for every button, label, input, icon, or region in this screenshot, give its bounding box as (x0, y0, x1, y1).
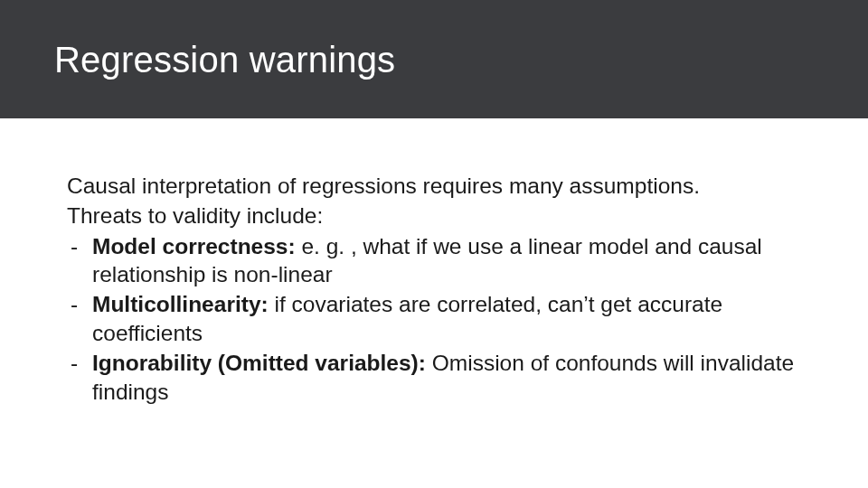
intro-line-1: Causal interpretation of regressions req… (67, 172, 801, 200)
bullet-term: Multicollinearity: (92, 292, 269, 316)
list-item: Multicollinearity: if covariates are cor… (67, 290, 801, 347)
list-item: Model correctness: e. g. , what if we us… (67, 232, 801, 289)
bullet-term: Model correctness: (92, 234, 296, 258)
slide-title: Regression warnings (54, 40, 395, 80)
bullet-term: Ignorability (Omitted variables): (92, 351, 426, 375)
title-band: Regression warnings (0, 0, 868, 118)
list-item: Ignorability (Omitted variables): Omissi… (67, 349, 801, 406)
slide: Regression warnings Causal interpretatio… (0, 0, 868, 488)
slide-body: Causal interpretation of regressions req… (67, 172, 801, 408)
intro-line-2: Threats to validity include: (67, 202, 801, 230)
bullet-list: Model correctness: e. g. , what if we us… (67, 232, 801, 406)
